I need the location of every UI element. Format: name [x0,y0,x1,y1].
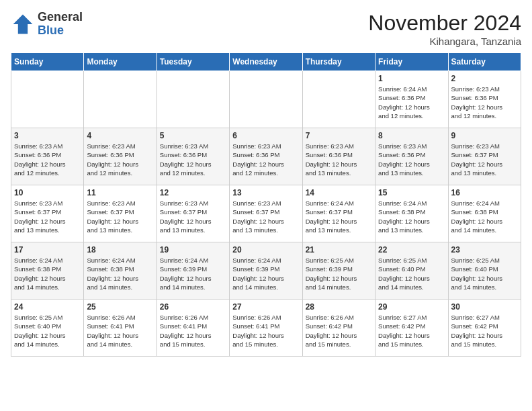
day-info: Sunrise: 6:23 AM Sunset: 6:36 PM Dayligh… [451,85,518,120]
calendar-cell: 22Sunrise: 6:25 AM Sunset: 6:40 PM Dayli… [375,242,448,300]
day-info: Sunrise: 6:27 AM Sunset: 6:42 PM Dayligh… [451,313,518,349]
calendar-week-row: 24Sunrise: 6:25 AM Sunset: 6:40 PM Dayli… [11,300,521,357]
calendar-cell: 26Sunrise: 6:26 AM Sunset: 6:41 PM Dayli… [157,300,229,357]
weekday-header: Wednesday [230,53,302,71]
day-info: Sunrise: 6:23 AM Sunset: 6:36 PM Dayligh… [14,142,81,177]
calendar-cell: 29Sunrise: 6:27 AM Sunset: 6:42 PM Dayli… [375,300,448,357]
day-number: 28 [306,302,372,312]
day-number: 20 [232,245,299,255]
calendar-cell [230,71,302,128]
day-number: 5 [160,131,226,140]
calendar-cell: 20Sunrise: 6:24 AM Sunset: 6:39 PM Dayli… [230,242,302,300]
weekday-header: Saturday [448,53,521,71]
day-number: 3 [14,131,81,140]
logo: General Blue [11,11,83,38]
day-info: Sunrise: 6:23 AM Sunset: 6:36 PM Dayligh… [87,142,153,177]
day-number: 12 [160,188,226,197]
calendar-cell: 10Sunrise: 6:23 AM Sunset: 6:37 PM Dayli… [11,185,84,242]
day-number: 24 [14,302,81,312]
day-info: Sunrise: 6:24 AM Sunset: 6:36 PM Dayligh… [378,85,445,120]
day-info: Sunrise: 6:25 AM Sunset: 6:40 PM Dayligh… [14,313,81,349]
calendar-week-row: 1Sunrise: 6:24 AM Sunset: 6:36 PM Daylig… [11,71,521,128]
calendar-cell: 8Sunrise: 6:23 AM Sunset: 6:36 PM Daylig… [375,128,448,185]
day-info: Sunrise: 6:23 AM Sunset: 6:36 PM Dayligh… [232,142,299,177]
day-info: Sunrise: 6:25 AM Sunset: 6:40 PM Dayligh… [378,256,445,291]
day-number: 11 [87,188,153,197]
calendar-cell [157,71,229,128]
calendar-cell: 1Sunrise: 6:24 AM Sunset: 6:36 PM Daylig… [375,71,448,128]
calendar-cell: 23Sunrise: 6:25 AM Sunset: 6:40 PM Dayli… [448,242,521,300]
day-number: 29 [378,302,445,312]
calendar-cell: 12Sunrise: 6:23 AM Sunset: 6:37 PM Dayli… [157,185,229,242]
calendar-table: SundayMondayTuesdayWednesdayThursdayFrid… [11,52,521,357]
calendar-cell: 7Sunrise: 6:23 AM Sunset: 6:36 PM Daylig… [302,128,375,185]
calendar-cell [11,71,84,128]
day-number: 18 [87,245,153,255]
day-number: 10 [14,188,81,197]
calendar-week-row: 3Sunrise: 6:23 AM Sunset: 6:36 PM Daylig… [11,128,521,185]
calendar-cell: 25Sunrise: 6:26 AM Sunset: 6:41 PM Dayli… [84,300,157,357]
day-number: 14 [306,188,372,197]
day-number: 13 [232,188,299,197]
calendar-cell [84,71,157,128]
day-number: 30 [451,302,518,312]
day-info: Sunrise: 6:26 AM Sunset: 6:41 PM Dayligh… [87,313,153,349]
title-block: November 2024 Kihangara, Tanzania [368,11,521,47]
day-info: Sunrise: 6:24 AM Sunset: 6:38 PM Dayligh… [14,256,81,291]
calendar-cell: 4Sunrise: 6:23 AM Sunset: 6:36 PM Daylig… [84,128,157,185]
calendar-cell: 15Sunrise: 6:24 AM Sunset: 6:38 PM Dayli… [375,185,448,242]
day-number: 21 [306,245,372,255]
calendar-cell: 28Sunrise: 6:26 AM Sunset: 6:42 PM Dayli… [302,300,375,357]
day-info: Sunrise: 6:24 AM Sunset: 6:38 PM Dayligh… [378,199,445,234]
day-info: Sunrise: 6:24 AM Sunset: 6:37 PM Dayligh… [306,199,372,234]
day-info: Sunrise: 6:23 AM Sunset: 6:37 PM Dayligh… [451,142,518,177]
page-header: General Blue November 2024 Kihangara, Ta… [11,11,521,47]
day-number: 22 [378,245,445,255]
weekday-header: Monday [84,53,157,71]
calendar-cell: 3Sunrise: 6:23 AM Sunset: 6:36 PM Daylig… [11,128,84,185]
day-info: Sunrise: 6:23 AM Sunset: 6:37 PM Dayligh… [160,199,226,234]
day-number: 19 [160,245,226,255]
day-info: Sunrise: 6:24 AM Sunset: 6:39 PM Dayligh… [232,256,299,291]
calendar-cell: 17Sunrise: 6:24 AM Sunset: 6:38 PM Dayli… [11,242,84,300]
calendar-week-row: 17Sunrise: 6:24 AM Sunset: 6:38 PM Dayli… [11,242,521,300]
calendar-cell: 27Sunrise: 6:26 AM Sunset: 6:41 PM Dayli… [230,300,302,357]
calendar-cell: 13Sunrise: 6:23 AM Sunset: 6:37 PM Dayli… [230,185,302,242]
calendar-cell: 19Sunrise: 6:24 AM Sunset: 6:39 PM Dayli… [157,242,229,300]
calendar-cell: 14Sunrise: 6:24 AM Sunset: 6:37 PM Dayli… [302,185,375,242]
location-subtitle: Kihangara, Tanzania [368,36,521,47]
day-info: Sunrise: 6:23 AM Sunset: 6:36 PM Dayligh… [378,142,445,177]
weekday-header: Thursday [302,53,375,71]
day-info: Sunrise: 6:24 AM Sunset: 6:38 PM Dayligh… [451,199,518,234]
calendar-cell: 2Sunrise: 6:23 AM Sunset: 6:36 PM Daylig… [448,71,521,128]
day-info: Sunrise: 6:23 AM Sunset: 6:37 PM Dayligh… [232,199,299,234]
day-info: Sunrise: 6:23 AM Sunset: 6:37 PM Dayligh… [87,199,153,234]
day-number: 27 [232,302,299,312]
day-info: Sunrise: 6:25 AM Sunset: 6:39 PM Dayligh… [306,256,372,291]
day-number: 1 [378,74,445,83]
day-info: Sunrise: 6:26 AM Sunset: 6:41 PM Dayligh… [232,313,299,349]
calendar-cell: 24Sunrise: 6:25 AM Sunset: 6:40 PM Dayli… [11,300,84,357]
calendar-cell [302,71,375,128]
day-number: 4 [87,131,153,140]
day-info: Sunrise: 6:26 AM Sunset: 6:41 PM Dayligh… [160,313,226,349]
logo-general: General [38,11,83,24]
day-number: 25 [87,302,153,312]
day-number: 26 [160,302,226,312]
calendar-cell: 21Sunrise: 6:25 AM Sunset: 6:39 PM Dayli… [302,242,375,300]
weekday-header: Friday [375,53,448,71]
day-info: Sunrise: 6:23 AM Sunset: 6:36 PM Dayligh… [160,142,226,177]
month-year-title: November 2024 [368,11,521,36]
day-number: 6 [232,131,299,140]
calendar-cell: 9Sunrise: 6:23 AM Sunset: 6:37 PM Daylig… [448,128,521,185]
logo-blue: Blue [38,24,83,38]
logo-icon [11,12,35,36]
calendar-cell: 6Sunrise: 6:23 AM Sunset: 6:36 PM Daylig… [230,128,302,185]
weekday-header-row: SundayMondayTuesdayWednesdayThursdayFrid… [11,53,521,71]
day-info: Sunrise: 6:25 AM Sunset: 6:40 PM Dayligh… [451,256,518,291]
day-number: 8 [378,131,445,140]
day-info: Sunrise: 6:24 AM Sunset: 6:38 PM Dayligh… [87,256,153,291]
calendar-cell: 30Sunrise: 6:27 AM Sunset: 6:42 PM Dayli… [448,300,521,357]
day-number: 17 [14,245,81,255]
calendar-cell: 16Sunrise: 6:24 AM Sunset: 6:38 PM Dayli… [448,185,521,242]
